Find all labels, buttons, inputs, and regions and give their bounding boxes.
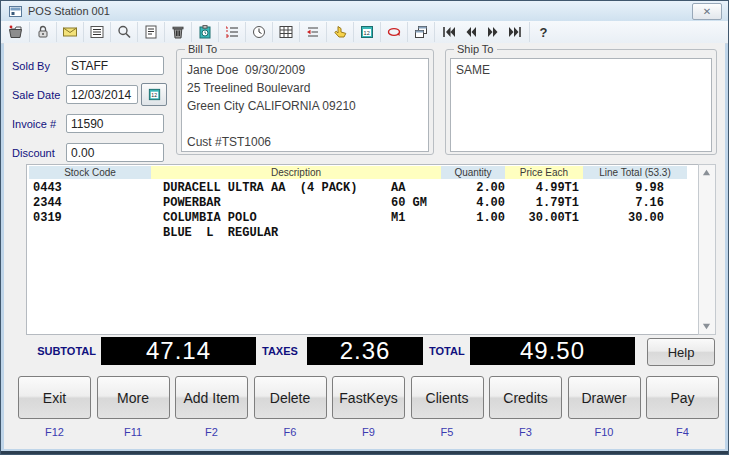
lock-button[interactable] [30, 22, 57, 42]
document-icon [143, 24, 159, 40]
cell-total: 30.00 [579, 211, 664, 226]
fkey-label: F9 [332, 426, 405, 438]
grid-button[interactable] [273, 22, 300, 42]
bill-to-line: Cust #TST1006 [187, 133, 423, 151]
invoice--input[interactable] [66, 114, 164, 133]
cell-qty: 4.00 [438, 196, 505, 211]
bill-to-line: 25 Treelined Boulevard [187, 79, 423, 97]
field-label: Invoice # [12, 118, 66, 130]
cell-price [505, 226, 579, 241]
column-header-quantity: Quantity [441, 166, 505, 179]
nav-first-button[interactable] [438, 22, 460, 42]
calendar-button[interactable]: 12 [354, 22, 381, 42]
scroll-up-button[interactable] [699, 165, 713, 180]
list-icon [89, 24, 105, 40]
nav-last-button[interactable] [504, 22, 526, 42]
column-header-description: Description [151, 166, 441, 179]
field-row-discount: Discount [12, 142, 174, 163]
sale-fields-panel: Sold BySale Date12Invoice #Discount [12, 55, 174, 171]
bill-to-line: Green City CALIFORNIA 09210 [187, 97, 423, 115]
cell-price: 4.99T1 [505, 181, 579, 196]
document-button[interactable] [138, 22, 165, 42]
add-item-button[interactable]: Add Item [175, 376, 248, 419]
table-scrollbar[interactable] [698, 164, 716, 335]
clipboard-clock-button[interactable] [192, 22, 219, 42]
open-folder-button[interactable] [3, 22, 30, 42]
fastkeys-button[interactable]: FastKeys [332, 376, 405, 419]
clock-icon [251, 24, 267, 40]
numbered-list-button[interactable] [219, 22, 246, 42]
nav-last-icon [507, 24, 523, 40]
invoice-row[interactable]: BLUE L REGULAR [28, 226, 681, 241]
action-drawer: DrawerF10 [568, 376, 641, 438]
toolbar-help-button[interactable]: ? [530, 22, 556, 42]
hand-pointer-button[interactable] [327, 22, 354, 42]
calendar-icon: 12 [359, 24, 375, 40]
pos-window: POS Station 001 ✕ 12? Sold BySale Date12… [0, 0, 729, 455]
help-icon: ? [535, 24, 551, 40]
hand-pointer-icon [332, 24, 348, 40]
cascade-windows-button[interactable] [408, 22, 435, 42]
cell-qty: 2.00 [438, 181, 505, 196]
svg-text:12: 12 [151, 92, 157, 98]
numbered-list-icon [224, 24, 240, 40]
field-label: Sold By [12, 60, 66, 72]
close-button[interactable]: ✕ [692, 3, 722, 20]
drawer-button[interactable]: Drawer [568, 376, 641, 419]
pay-button[interactable]: Pay [646, 376, 719, 419]
search-button[interactable] [111, 22, 138, 42]
invoice-table: Stock CodeDescriptionQuantityPrice EachL… [26, 164, 716, 333]
cell-total: 7.16 [579, 196, 664, 211]
bill-to-line: Jane Doe 09/30/2009 [187, 61, 423, 79]
nav-prev-button[interactable] [460, 22, 482, 42]
flow-icon [305, 24, 321, 40]
ship-to-group: Ship To SAME [445, 49, 717, 155]
credits-button[interactable]: Credits [489, 376, 562, 419]
fkey-label: F3 [489, 426, 562, 438]
sale-date-input[interactable] [66, 85, 138, 104]
loop-button[interactable] [381, 22, 408, 42]
invoice-row[interactable]: 0443DURACELL ULTRA AA (4 PACK)AA2.004.99… [28, 181, 681, 196]
discount-input[interactable] [66, 143, 164, 162]
field-label: Discount [12, 147, 66, 159]
invoice-row[interactable]: 2344POWERBAR60 GM4.001.79T17.16 [28, 196, 681, 211]
cell-unit [391, 226, 438, 241]
fkey-label: F11 [97, 426, 170, 438]
loop-icon [386, 24, 402, 40]
trash-icon [170, 24, 186, 40]
cell-description: COLUMBIA POLO [163, 211, 391, 226]
list-button[interactable] [84, 22, 111, 42]
total-display: 49.50 [470, 337, 635, 365]
cell-price: 30.00T1 [505, 211, 579, 226]
client-area: Sold BySale Date12Invoice #Discount Bill… [4, 43, 725, 449]
invoice-table-header: Stock CodeDescriptionQuantityPrice EachL… [29, 166, 687, 179]
svg-text:12: 12 [364, 30, 370, 36]
clock-button[interactable] [246, 22, 273, 42]
delete-button[interactable]: Delete [254, 376, 327, 419]
open-folder-icon [8, 24, 24, 40]
nav-prev-icon [463, 24, 479, 40]
invoice-row[interactable]: 0319COLUMBIA POLOM11.0030.00T130.00 [28, 211, 681, 226]
cell-code: 2344 [28, 196, 163, 211]
scroll-down-button[interactable] [699, 319, 713, 334]
more-button[interactable]: More [97, 376, 170, 419]
nav-next-button[interactable] [482, 22, 504, 42]
help-button[interactable]: Help [647, 338, 715, 366]
action-more: MoreF11 [97, 376, 170, 438]
fkey-label: F12 [18, 426, 91, 438]
cascade-windows-icon [413, 24, 429, 40]
app-icon [9, 6, 22, 17]
clients-button[interactable]: Clients [411, 376, 484, 419]
exit-button[interactable]: Exit [18, 376, 91, 419]
taxes-display: 2.36 [307, 337, 423, 365]
column-header-price-each: Price Each [505, 166, 583, 179]
cell-unit: 60 GM [391, 196, 438, 211]
bill-to-box: Jane Doe 09/30/200925 Treelined Boulevar… [181, 58, 429, 152]
trash-button[interactable] [165, 22, 192, 42]
scroll-down-icon [702, 322, 711, 331]
sold-by-input[interactable] [66, 56, 164, 75]
mail-button[interactable] [57, 22, 84, 42]
date-picker-button[interactable]: 12 [141, 83, 167, 106]
toolbar: 12? [1, 21, 728, 44]
flow-button[interactable] [300, 22, 327, 42]
